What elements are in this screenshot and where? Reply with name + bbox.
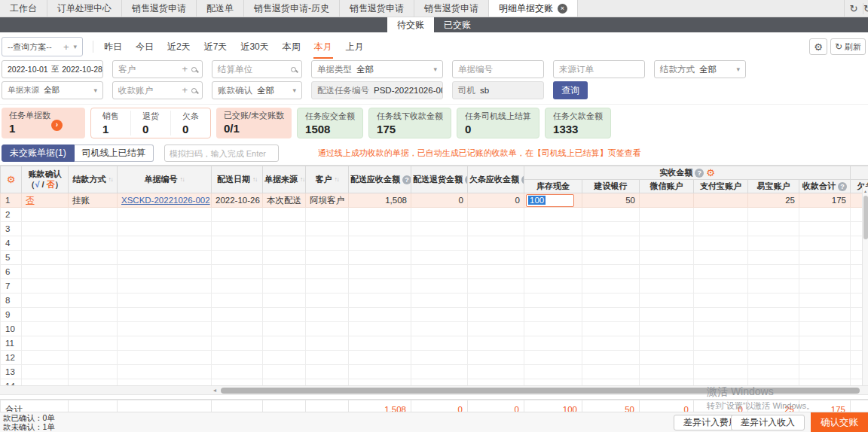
vertical-scrollbar[interactable]: ▴ [862, 187, 868, 385]
column-header[interactable]: 单据来源↑↓ [263, 166, 306, 193]
quick-date[interactable]: 本周 [282, 38, 301, 56]
scroll-up-icon[interactable]: ▴ [863, 188, 868, 193]
column-header[interactable]: 库存现金 [524, 180, 582, 193]
source-order-input[interactable]: 来源订单 [553, 60, 645, 78]
recv-account-input[interactable]: 收款账户 + [112, 81, 203, 99]
doc-type-select[interactable]: 单据类型 全部 ▾ [311, 60, 443, 78]
group-settings-icon[interactable]: ⚙ [706, 167, 715, 178]
table-row[interactable]: 13 [1, 365, 868, 379]
caret-down-icon[interactable]: ▾ [73, 43, 77, 50]
scroll-left-icon[interactable]: ◂ [213, 387, 216, 394]
search-button[interactable]: 查询 [553, 81, 588, 99]
doc-no-input[interactable]: 单据编号 [452, 60, 544, 78]
column-header[interactable]: 微信账户 [640, 180, 694, 193]
clipped-icon[interactable]: ↻ [863, 3, 868, 14]
column-header[interactable]: 欠条应收金额?↑↓ [468, 166, 524, 193]
quick-date[interactable]: 本月 [313, 38, 333, 56]
refresh-tabs-icon[interactable]: ↻ [845, 3, 863, 14]
scan-input[interactable] [164, 145, 279, 162]
calendar-icon[interactable]: ▦ [102, 65, 103, 75]
doc-source-select[interactable]: 单据来源 全部 ▾ [2, 81, 103, 99]
table-row[interactable]: 11 [1, 336, 868, 351]
table-row[interactable]: 3 [1, 222, 868, 236]
table-row[interactable]: 4 [1, 236, 868, 251]
table-row[interactable]: 9 [1, 308, 868, 322]
window-tab[interactable]: 销售退货申请 [414, 0, 489, 17]
column-header[interactable]: 收款合计? [799, 180, 851, 193]
expand-arrow-icon[interactable]: › [51, 120, 63, 131]
add-plan-icon[interactable]: + [63, 41, 69, 53]
column-settings-icon[interactable]: ⚙ [7, 174, 16, 185]
window-tab[interactable]: 销售退货申请 [340, 0, 414, 17]
window-tab[interactable]: 订单处理中心 [47, 0, 122, 17]
view-tab[interactable]: 已交账 [434, 17, 481, 32]
search-icon[interactable] [291, 67, 296, 72]
sort-icon[interactable]: ↑↓ [335, 176, 339, 183]
sort-icon[interactable]: ↑↓ [108, 176, 113, 183]
column-header[interactable]: 建设银行 [582, 180, 640, 193]
plus-icon[interactable]: + [182, 87, 188, 94]
column-header[interactable]: 配送退货金额?↑↓ [411, 166, 468, 193]
window-tab[interactable]: 明细单据交账× [489, 0, 578, 17]
column-header[interactable]: 配送应收金额?↑↓ [349, 166, 411, 193]
table-row[interactable]: 12 [1, 351, 868, 365]
confirm-settle-button[interactable]: 确认交账 [811, 412, 868, 432]
quick-date[interactable]: 上月 [345, 38, 365, 56]
empty-cell [799, 279, 851, 294]
cash-amount-input[interactable]: 100 [526, 194, 574, 207]
table-row[interactable]: 8 [1, 294, 868, 308]
search-icon[interactable] [191, 88, 197, 93]
sort-icon[interactable]: ↑↓ [252, 176, 257, 183]
table-row[interactable]: 6 [1, 265, 868, 279]
stat-value: 1 [102, 123, 119, 135]
row-number: 5 [1, 251, 22, 265]
close-tab-icon[interactable]: × [558, 4, 567, 14]
diff-income-button[interactable]: 差异计入收入 [731, 415, 805, 430]
quick-date[interactable]: 昨日 [103, 38, 123, 56]
vertical-scroll-thumb[interactable] [863, 196, 868, 239]
empty-cell [349, 208, 411, 222]
view-tab[interactable]: 待交账 [387, 17, 434, 32]
empty-cell [582, 308, 640, 322]
doc-no-link[interactable]: XSCKD-20221026-002 [121, 196, 210, 205]
search-icon[interactable] [191, 67, 197, 72]
alipay-amount-cell [694, 193, 748, 208]
sort-icon[interactable]: ↑↓ [300, 176, 304, 183]
window-tab[interactable]: 工作台 [0, 0, 47, 17]
sort-icon[interactable]: ↑↓ [180, 176, 185, 183]
account-confirm-select[interactable]: 账款确认 全部 ▾ [212, 81, 302, 99]
column-header[interactable]: 易宝账户 [748, 180, 799, 193]
table-row[interactable]: 14 [1, 379, 868, 386]
plus-icon[interactable]: + [182, 65, 188, 73]
quick-date[interactable]: 近2天 [167, 38, 191, 56]
pay-method-select[interactable]: 结款方式 全部 ▾ [654, 60, 746, 78]
window-tab[interactable]: 配送单 [197, 0, 244, 17]
column-header[interactable]: 配送日期↑↓ [212, 166, 263, 193]
horizontal-scrollbar[interactable]: ◂ [0, 385, 868, 395]
quick-date[interactable]: 近30天 [240, 38, 269, 56]
table-row[interactable]: 10 [1, 322, 868, 336]
window-tab[interactable]: 销售退货申请-历史 [244, 0, 340, 17]
table-row[interactable]: 2 [1, 208, 868, 222]
group-header-spacer [851, 166, 868, 180]
table-settings-button[interactable]: ⚙ [809, 38, 827, 55]
column-header[interactable]: 结款方式↑↓ [69, 166, 118, 193]
subtab[interactable]: 未交账单据(1) [2, 145, 75, 162]
quick-date[interactable]: 今日 [135, 38, 154, 56]
column-header[interactable]: 客户↑↓ [306, 166, 349, 193]
confirm-link[interactable]: 否 [26, 196, 35, 205]
horizontal-scroll-thumb[interactable] [221, 388, 860, 394]
table-row[interactable]: 5 [1, 251, 868, 265]
date-range-input[interactable]: 2022-10-01 至 2022-10-28 ▦ [2, 60, 103, 78]
column-header[interactable]: 支付宝账户 [694, 180, 748, 193]
window-tab[interactable]: 销售退货申请 [122, 0, 197, 17]
subtab[interactable]: 司机线上已结算 [75, 145, 154, 162]
column-header[interactable]: 单据编号↑↓ [118, 166, 212, 193]
table-row[interactable]: 7 [1, 279, 868, 294]
query-plan-select[interactable]: --查询方案-- + ▾ [2, 37, 83, 56]
table-row-selected[interactable]: 1否挂账XSCKD-20221026-0022022-10-26本次配送阿坝客户… [1, 193, 868, 208]
settle-unit-input[interactable]: 结算单位 [212, 60, 302, 78]
refresh-button[interactable]: ↻刷新 [830, 38, 866, 55]
quick-date[interactable]: 近7天 [203, 38, 228, 56]
customer-input[interactable]: 客户 + [112, 60, 203, 78]
